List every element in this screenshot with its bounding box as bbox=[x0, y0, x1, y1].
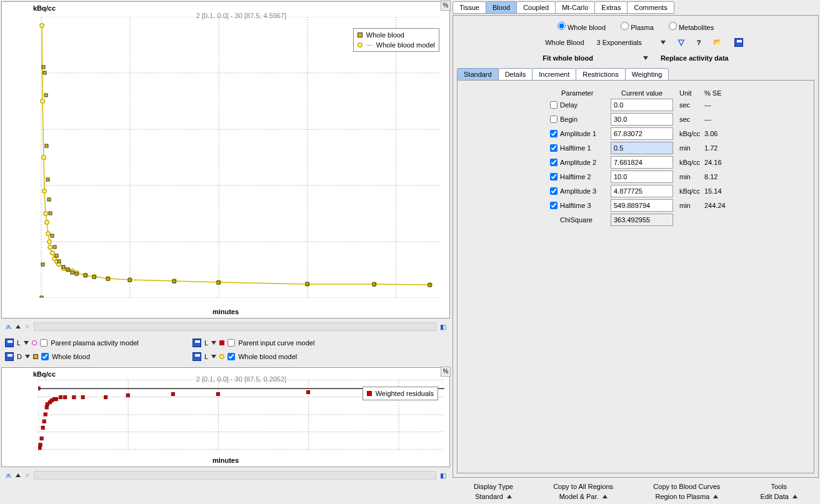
svg-rect-88 bbox=[40, 437, 43, 440]
radio-metabolites[interactable]: Metabolites bbox=[669, 22, 714, 31]
up-icon[interactable] bbox=[16, 473, 21, 477]
tools-menu[interactable]: Edit Data bbox=[761, 493, 798, 500]
param-value-ht2[interactable] bbox=[611, 170, 673, 183]
bb-title: Copy to Blood Curves bbox=[653, 483, 720, 490]
svg-rect-37 bbox=[40, 296, 43, 298]
series-marker-icon bbox=[32, 340, 37, 345]
series-checkbox[interactable] bbox=[41, 353, 49, 360]
chevron-down-icon[interactable] bbox=[25, 355, 30, 358]
tab-blood[interactable]: Blood bbox=[486, 1, 517, 14]
subtab-standard[interactable]: Standard bbox=[457, 68, 499, 81]
param-value-amp2[interactable] bbox=[611, 156, 673, 169]
svg-rect-45 bbox=[49, 212, 52, 215]
svg-rect-89 bbox=[41, 426, 44, 429]
series-marker-icon bbox=[219, 340, 224, 345]
subtab-restrictions[interactable]: Restrictions bbox=[576, 68, 625, 81]
param-value-ht3[interactable] bbox=[611, 199, 673, 212]
svg-point-17 bbox=[46, 232, 50, 235]
tab-extras[interactable]: Extras bbox=[594, 1, 628, 14]
chevron-down-icon bbox=[643, 56, 648, 60]
subtab-weighting[interactable]: Weighting bbox=[625, 68, 669, 81]
param-row-ht1: Halftime 1 min 1.72 bbox=[550, 142, 809, 154]
param-value-begin[interactable] bbox=[611, 113, 673, 126]
disk-icon[interactable] bbox=[5, 352, 14, 361]
funnel-icon[interactable] bbox=[678, 37, 684, 47]
open-folder-icon[interactable]: 📂 bbox=[713, 38, 722, 46]
percent-button-top[interactable]: % bbox=[441, 1, 451, 11]
replace-activity-button[interactable]: Replace activity data bbox=[661, 54, 729, 62]
svg-rect-104 bbox=[171, 392, 174, 395]
range-bar[interactable] bbox=[34, 322, 436, 331]
param-checkbox[interactable] bbox=[550, 173, 558, 180]
copy-blood-menu[interactable]: Region to Plasma bbox=[655, 493, 718, 500]
polyline-icon[interactable]: ⩕ bbox=[5, 323, 12, 330]
param-row-chi: ChiSquare bbox=[550, 214, 809, 226]
svg-rect-97 bbox=[54, 398, 58, 401]
param-header: Parameter Current value Unit % SE bbox=[550, 89, 809, 97]
svg-rect-101 bbox=[81, 396, 84, 399]
close-icon[interactable]: ✕ bbox=[24, 323, 30, 331]
chart2-subtitle: 2 [0.1, 0.0] - 30 [87.5, 0.2052] bbox=[38, 375, 444, 383]
svg-rect-87 bbox=[39, 443, 42, 447]
chevron-down-icon[interactable] bbox=[24, 341, 29, 345]
subtab-details[interactable]: Details bbox=[498, 68, 533, 81]
copy-regions-menu[interactable]: Model & Par. bbox=[559, 493, 608, 500]
range-bar[interactable] bbox=[34, 471, 436, 480]
subtab-increment[interactable]: Increment bbox=[532, 68, 576, 81]
bb-title: Tools bbox=[771, 483, 787, 490]
help-icon[interactable]: ? bbox=[697, 39, 701, 46]
param-checkbox[interactable] bbox=[550, 159, 558, 166]
svg-rect-54 bbox=[84, 274, 87, 277]
save-icon[interactable] bbox=[734, 38, 743, 47]
radio-wholeblood[interactable]: Whole blood bbox=[558, 22, 606, 31]
svg-rect-41 bbox=[44, 94, 48, 97]
svg-rect-85 bbox=[38, 387, 40, 390]
param-checkbox[interactable] bbox=[550, 101, 558, 109]
param-row-delay: Delay sec --- bbox=[550, 99, 809, 111]
svg-rect-51 bbox=[66, 268, 69, 271]
chart2-toolbar: ⩕ ✕ ◧ bbox=[0, 468, 451, 482]
svg-point-14 bbox=[42, 189, 46, 193]
display-type-menu[interactable]: Standard bbox=[475, 493, 512, 500]
disk-icon[interactable] bbox=[192, 338, 201, 347]
param-checkbox[interactable] bbox=[550, 144, 558, 152]
blood-label: Whole Blood bbox=[528, 39, 584, 46]
up-icon[interactable] bbox=[16, 325, 21, 329]
param-value-ht1[interactable] bbox=[611, 142, 673, 154]
tab-tissue[interactable]: Tissue bbox=[452, 1, 486, 14]
param-value-delay[interactable] bbox=[611, 99, 673, 111]
fit-dropdown[interactable]: Fit whole blood bbox=[542, 54, 648, 62]
svg-rect-62 bbox=[428, 284, 431, 287]
disk-icon[interactable] bbox=[192, 352, 201, 361]
chevron-down-icon[interactable] bbox=[211, 355, 216, 358]
param-checkbox[interactable] bbox=[550, 130, 558, 137]
polyline-icon[interactable]: ⩕ bbox=[5, 472, 12, 479]
svg-rect-56 bbox=[106, 277, 109, 280]
param-value-amp1[interactable] bbox=[611, 127, 673, 140]
param-checkbox[interactable] bbox=[550, 202, 558, 209]
tab-coupled[interactable]: Coupled bbox=[516, 1, 556, 14]
svg-rect-61 bbox=[372, 283, 376, 286]
close-icon[interactable]: ✕ bbox=[24, 472, 30, 480]
svg-rect-102 bbox=[104, 396, 108, 399]
model-dropdown[interactable]: 3 Exponentials bbox=[597, 39, 666, 46]
tab-mtcarlo[interactable]: Mt-Carlo bbox=[555, 1, 595, 14]
chevron-down-icon[interactable] bbox=[211, 341, 216, 345]
series-label: Parent input curve model bbox=[238, 339, 314, 347]
param-value-amp3[interactable] bbox=[611, 185, 673, 197]
tab-comments[interactable]: Comments bbox=[627, 1, 674, 14]
svg-rect-57 bbox=[128, 279, 131, 282]
series-checkbox[interactable] bbox=[40, 339, 48, 347]
param-checkbox[interactable] bbox=[550, 187, 558, 195]
svg-rect-38 bbox=[41, 263, 44, 266]
radio-plasma[interactable]: Plasma bbox=[621, 22, 654, 31]
disk-icon[interactable] bbox=[5, 338, 14, 347]
camera-icon[interactable]: ◧ bbox=[440, 323, 446, 331]
series-checkbox[interactable] bbox=[228, 339, 235, 347]
series-checkbox[interactable] bbox=[228, 353, 235, 360]
svg-rect-43 bbox=[46, 178, 49, 181]
param-checkbox[interactable] bbox=[550, 116, 558, 123]
svg-rect-86 bbox=[38, 447, 41, 450]
svg-rect-91 bbox=[44, 413, 47, 416]
camera-icon[interactable]: ◧ bbox=[440, 472, 446, 480]
